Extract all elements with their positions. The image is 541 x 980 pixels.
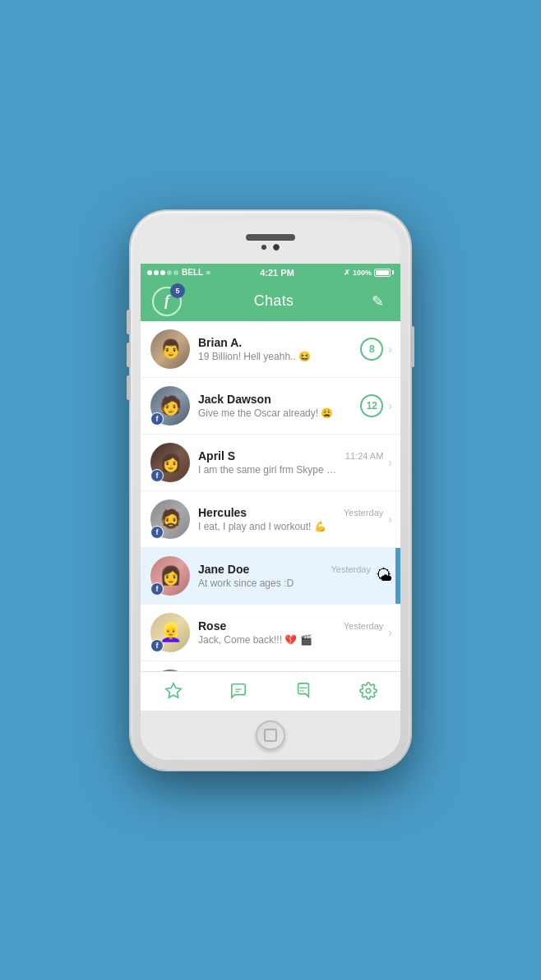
avatar-brian: 👨	[150, 329, 190, 369]
signal-indicator	[147, 270, 178, 275]
unread-badge-brian: 8	[360, 338, 383, 361]
phone-screen: BELL ≈ 4:21 PM ✗ 100% f 5	[141, 221, 400, 760]
fb-badge-jack: f	[150, 412, 164, 426]
chat-name-jack: Jack Dawson	[198, 393, 271, 406]
tab-settings[interactable]	[349, 674, 388, 707]
chats-icon	[294, 682, 312, 700]
chat-name-jane: Jane Doe	[198, 563, 249, 576]
bottom-bezel	[141, 711, 400, 760]
battery-body	[374, 269, 391, 277]
avatar-wrap-jane: 👩 f	[150, 556, 190, 596]
chat-msg-april: I am the same girl frm Skype redesign!	[198, 464, 338, 476]
top-bezel	[141, 221, 400, 264]
signal-dot-1	[147, 270, 152, 275]
star-icon	[164, 682, 183, 700]
chat-name-row-april: April S 11:24 AM	[198, 449, 383, 462]
chat-item-brian[interactable]: 👨 Brian A. 19 Billion! Hell yeahh.. 😆 8 …	[141, 321, 400, 378]
chat-time-jane: Yesterday	[331, 564, 371, 574]
signal-dot-4	[167, 270, 172, 275]
avatar-brian-emoji: 👨	[160, 338, 182, 360]
status-time: 4:21 PM	[260, 268, 294, 278]
front-camera	[273, 244, 280, 251]
chat-name-row-rose: Rose Yesterday	[198, 619, 383, 633]
chat-content-hercules: Hercules Yesterday I eat, I play and I w…	[198, 506, 383, 532]
avatar-wrap-hercules: 🧔 f	[150, 499, 190, 539]
chevron-rose: ›	[388, 626, 392, 639]
speaker-grill	[246, 234, 295, 241]
chat-msg-jane: At work since ages :D	[198, 577, 338, 589]
chat-right-jane: 🌤	[376, 566, 392, 585]
signal-dot-2	[154, 270, 159, 275]
tab-bar	[141, 671, 400, 711]
fb-letter: f	[164, 292, 169, 310]
home-button[interactable]	[256, 720, 285, 750]
camera-row	[261, 244, 280, 251]
facebook-button[interactable]: f 5	[152, 287, 182, 316]
fb-notification-badge: 5	[170, 283, 185, 298]
signal-dot-3	[160, 270, 165, 275]
chat-item-rose[interactable]: 👱‍♀️ f Rose Yesterday Jack, Come back!!!…	[141, 605, 400, 661]
fb-badge-rose: f	[150, 639, 164, 652]
chat-name-april: April S	[198, 449, 235, 462]
chevron-brian: ›	[388, 343, 392, 356]
chevron-hercules: ›	[388, 513, 392, 526]
chat-name-brian: Brian A.	[198, 336, 242, 349]
chat-right-hercules: ›	[388, 513, 392, 526]
chat-msg-hercules: I eat, I play and I workout! 💪	[198, 521, 338, 532]
chat-time-hercules: Yesterday	[344, 508, 384, 518]
chat-name-row-jack: Jack Dawson	[198, 393, 355, 406]
active-indicator-bar	[395, 548, 400, 604]
chat-content-jack: Jack Dawson Give me the Oscar already! 😩	[198, 393, 355, 419]
battery-icon	[374, 269, 394, 277]
avatar-jane-emoji: 👩	[160, 565, 182, 587]
phone-device: BELL ≈ 4:21 PM ✗ 100% f 5	[131, 211, 410, 770]
chevron-april: ›	[388, 456, 392, 469]
unread-badge-jack: 12	[360, 394, 383, 417]
chat-content-rose: Rose Yesterday Jack, Come back!!! 💔 🎬	[198, 619, 383, 646]
status-left: BELL ≈	[147, 268, 210, 277]
status-bar: BELL ≈ 4:21 PM ✗ 100%	[141, 264, 400, 282]
status-right: ✗ 100%	[344, 269, 394, 277]
chat-content-jane: Jane Doe Yesterday At work since ages :D	[198, 563, 371, 589]
signal-dot-5	[173, 270, 178, 275]
bluetooth-icon: ✗	[344, 269, 350, 277]
gear-icon	[359, 682, 377, 700]
home-button-inner	[264, 729, 277, 742]
chat-time-rose: Yesterday	[344, 621, 384, 631]
chat-list: 👨 Brian A. 19 Billion! Hell yeahh.. 😆 8 …	[141, 321, 400, 671]
wifi-icon: ≈	[206, 269, 210, 277]
chevron-jack: ›	[388, 399, 392, 412]
avatar-wrap-rose: 👱‍♀️ f	[150, 613, 190, 652]
avatar-wrap-april: 👩 f	[150, 443, 190, 482]
carrier-name: BELL	[182, 268, 203, 277]
app-header: f 5 Chats ✎	[141, 282, 400, 321]
battery-fill	[376, 270, 389, 275]
weather-sun-icon: 🌤	[376, 566, 392, 585]
chat-item-hercules[interactable]: 🧔 f Hercules Yesterday I eat, I play and…	[141, 491, 400, 548]
page-title: Chats	[254, 292, 294, 310]
avatar-wrap-mark: 👨	[150, 669, 190, 671]
battery-tip	[392, 270, 394, 274]
fb-badge-hercules: f	[150, 526, 164, 539]
chat-item-april[interactable]: 👩 f April S 11:24 AM I am the same girl …	[141, 435, 400, 491]
tab-chats[interactable]	[284, 674, 323, 707]
chat-item-mark[interactable]: 👨 Mark Z. Tuesday WhatsApp expired, boug…	[141, 661, 400, 671]
battery-percent: 100%	[353, 269, 372, 277]
chat-time-april: 11:24 AM	[345, 451, 383, 461]
compose-button[interactable]: ✎	[366, 290, 389, 313]
tab-favorites[interactable]	[154, 674, 193, 707]
chat-item-jack[interactable]: 🧑 f Jack Dawson Give me the Oscar alread…	[141, 378, 400, 435]
tab-messages[interactable]	[219, 674, 258, 707]
chat-right-rose: ›	[388, 626, 392, 639]
fb-badge-april: f	[150, 469, 164, 482]
avatar-jack-emoji: 🧑	[160, 395, 182, 416]
chat-name-row-brian: Brian A.	[198, 336, 355, 349]
chat-item-jane[interactable]: 👩 f Jane Doe Yesterday At work since age…	[141, 548, 400, 605]
chat-name-row-jane: Jane Doe Yesterday	[198, 563, 371, 576]
chat-msg-jack: Give me the Oscar already! 😩	[198, 407, 338, 419]
sensor	[261, 245, 266, 250]
avatar-wrap-brian: 👨	[150, 329, 190, 369]
avatar-wrap-jack: 🧑 f	[150, 386, 190, 426]
compose-icon: ✎	[372, 292, 384, 311]
svg-point-3	[366, 688, 371, 693]
